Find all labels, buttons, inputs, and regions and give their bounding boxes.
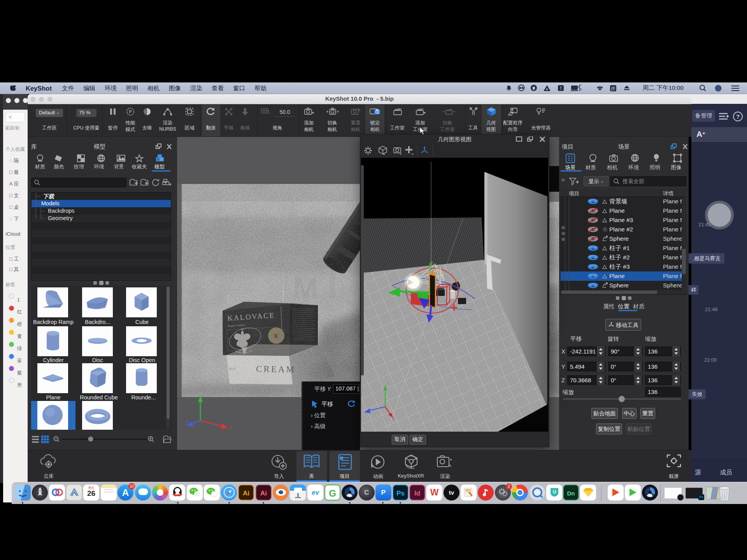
svg-text:U: U [552, 489, 556, 495]
svg-text:P: P [129, 110, 132, 114]
svg-text:Y: Y [202, 395, 204, 399]
svg-text:!: ! [560, 86, 562, 91]
svg-text:Y: Y [387, 381, 389, 385]
svg-text:X: X [392, 416, 395, 420]
svg-text:Z: Z [186, 420, 188, 424]
svg-text:X: X [229, 425, 231, 430]
svg-text:拼: 拼 [610, 86, 615, 91]
